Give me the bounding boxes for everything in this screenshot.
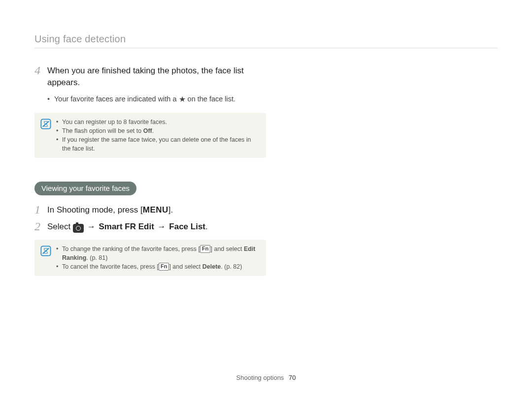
- note-icon: [40, 246, 51, 258]
- list-item: Your favorite faces are indicated with a…: [47, 93, 266, 105]
- step-number: 1: [34, 204, 47, 215]
- list-item: The flash option will be set to Off.: [56, 126, 260, 135]
- bullet-text-post: on the face list.: [188, 95, 236, 103]
- step-2: 2 Select → Smart FR Edit → Face List.: [34, 221, 266, 233]
- note-text: If you register the same face twice, you…: [62, 136, 251, 152]
- fn-key-icon: Fn: [200, 245, 210, 253]
- manual-page: Using face detection 4 When you are fini…: [0, 0, 532, 401]
- note-bold: Delete: [202, 263, 221, 270]
- note-list: To change the ranking of the favorite fa…: [56, 245, 260, 271]
- step-text: When you are finished taking the photos,…: [47, 65, 266, 89]
- footer-section-label: Shooting options: [236, 374, 284, 381]
- menu-path-item: Smart FR Edit: [99, 222, 154, 231]
- camera-icon: [73, 224, 84, 233]
- list-item: If you register the same face twice, you…: [56, 135, 260, 153]
- text-fragment: Select: [47, 222, 73, 231]
- step-number: 4: [34, 65, 47, 76]
- list-item: You can register up to 8 favorite faces.: [56, 118, 260, 126]
- note-icon: [40, 119, 51, 131]
- note-bold: Off: [143, 127, 152, 134]
- note-box: You can register up to 8 favorite faces.…: [34, 113, 266, 158]
- note-text: To cancel the favorite faces, press [: [62, 263, 159, 270]
- star-icon: ★: [179, 95, 186, 103]
- arrow-icon: →: [86, 222, 97, 231]
- note-text: . (p. 82): [221, 263, 242, 270]
- list-item: To cancel the favorite faces, press [Fn]…: [56, 262, 260, 271]
- footer-page-number: 70: [289, 374, 296, 381]
- arrow-icon: →: [157, 222, 167, 231]
- page-footer: Shooting options 70: [0, 374, 532, 381]
- step-4: 4 When you are finished taking the photo…: [34, 65, 266, 89]
- note-list: You can register up to 8 favorite faces.…: [56, 118, 260, 153]
- note-text: .: [152, 127, 154, 134]
- menu-button-label: MENU: [143, 205, 168, 215]
- text-fragment: In Shooting mode, press [: [47, 205, 143, 215]
- note-text: ] and select: [169, 263, 202, 270]
- note-text: You can register up to 8 favorite faces.: [62, 119, 167, 125]
- content-column: 4 When you are finished taking the photo…: [34, 65, 266, 276]
- text-fragment: .: [205, 222, 208, 231]
- step-4-bullets: Your favorite faces are indicated with a…: [47, 93, 266, 105]
- note-text: . (p. 81): [86, 254, 107, 261]
- note-box: To change the ranking of the favorite fa…: [34, 240, 266, 276]
- text-fragment: ].: [168, 205, 173, 215]
- step-text: Select → Smart FR Edit → Face List.: [47, 221, 208, 233]
- list-item: To change the ranking of the favorite fa…: [56, 245, 260, 262]
- step-number: 2: [34, 221, 47, 232]
- section-heading-pill: Viewing your favorite faces: [34, 182, 136, 195]
- note-text: The flash option will be set to: [62, 127, 143, 134]
- menu-path-item: Face List: [169, 222, 205, 231]
- note-text: ] and select: [210, 246, 243, 252]
- note-text: To change the ranking of the favorite fa…: [62, 246, 200, 252]
- step-text: In Shooting mode, press [MENU].: [47, 204, 173, 216]
- step-1: 1 In Shooting mode, press [MENU].: [34, 204, 266, 216]
- page-header-title: Using face detection: [34, 33, 498, 48]
- fn-key-icon: Fn: [159, 263, 169, 271]
- bullet-text-pre: Your favorite faces are indicated with a: [54, 95, 179, 103]
